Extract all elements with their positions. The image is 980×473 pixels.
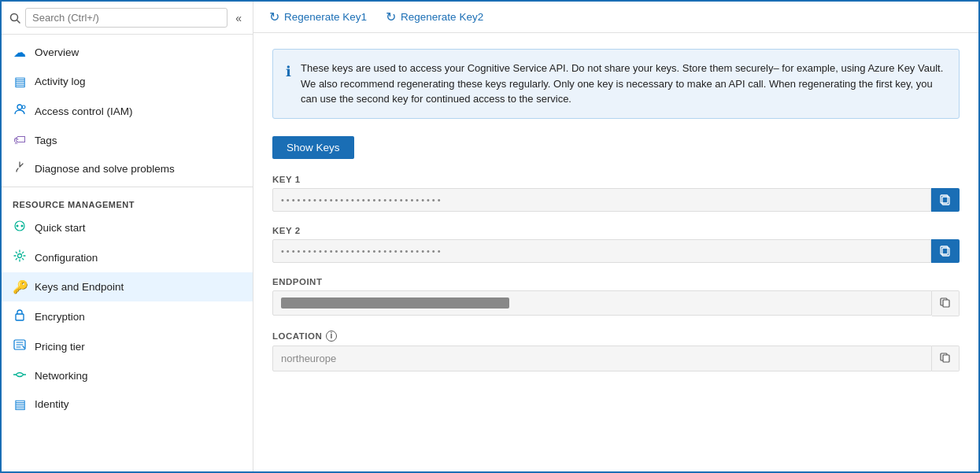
regenerate-key1-label: Regenerate Key1 (284, 11, 367, 23)
sidebar-item-configuration[interactable]: Configuration (2, 242, 253, 272)
key1-section: KEY 1 •••••••••••••••••••••••••••••• (272, 175, 960, 212)
location-value: northeurope (272, 346, 932, 371)
sidebar-item-label: Keys and Endpoint (35, 281, 124, 293)
sidebar-item-label: Configuration (35, 252, 98, 264)
svg-point-5 (17, 225, 19, 227)
key1-label: KEY 1 (272, 175, 960, 184)
key1-value: •••••••••••••••••••••••••••••• (272, 188, 931, 212)
sidebar-item-diagnose[interactable]: Diagnose and solve problems (2, 154, 253, 183)
svg-rect-15 (943, 300, 949, 307)
info-box: ℹ These keys are used to access your Cog… (272, 49, 960, 119)
location-label: LOCATION i (272, 331, 960, 342)
endpoint-row (272, 290, 960, 316)
endpoint-bar (281, 297, 509, 309)
content-area: ℹ These keys are used to access your Cog… (253, 33, 978, 471)
svg-point-6 (21, 225, 24, 227)
copy-key2-button[interactable] (931, 239, 960, 263)
copy-location-button[interactable] (932, 346, 960, 371)
sidebar-item-label: Tags (35, 135, 57, 146)
key2-label: KEY 2 (272, 226, 960, 235)
toolbar: ↻ Regenerate Key1 ↻ Regenerate Key2 (253, 2, 978, 33)
sidebar-item-label: Encryption (35, 311, 85, 323)
regenerate-key1-button[interactable]: ↻ Regenerate Key1 (269, 9, 367, 24)
configuration-icon (13, 249, 27, 265)
refresh-key2-icon: ↻ (386, 9, 396, 24)
sidebar-item-keys-endpoint[interactable]: 🔑 Keys and Endpoint (2, 272, 253, 301)
sidebar-item-activity-log[interactable]: ▤ Activity log (2, 67, 253, 96)
tags-icon: 🏷 (13, 133, 27, 147)
sidebar-item-label: Activity log (35, 76, 86, 87)
show-keys-button[interactable]: Show Keys (272, 136, 354, 159)
svg-line-1 (17, 20, 20, 23)
sidebar-item-overview[interactable]: ☁ Overview (2, 38, 253, 67)
copy-key2-icon (939, 245, 952, 257)
sidebar-item-networking[interactable]: Networking (2, 361, 253, 390)
sidebar-item-tags[interactable]: 🏷 Tags (2, 126, 253, 154)
sidebar-item-identity[interactable]: ▤ Identity (2, 390, 253, 419)
sidebar-item-quick-start[interactable]: Quick start (2, 212, 253, 242)
section-divider (2, 187, 253, 187)
encryption-icon (13, 309, 27, 324)
copy-key1-icon (939, 194, 952, 206)
svg-rect-17 (943, 355, 949, 362)
location-info-icon: i (326, 331, 337, 342)
search-bar: « (2, 2, 253, 35)
search-icon (9, 13, 20, 24)
search-input[interactable] (25, 8, 227, 28)
info-text: These keys are used to access your Cogni… (301, 61, 946, 107)
key2-section: KEY 2 •••••••••••••••••••••••••••••• (272, 226, 960, 263)
sidebar-item-label: Access control (IAM) (35, 105, 133, 117)
sidebar-item-label: Networking (35, 370, 88, 382)
info-icon: ℹ (286, 61, 291, 107)
sidebar-item-label: Identity (35, 398, 69, 410)
pricing-tier-icon (13, 338, 27, 354)
sidebar: « ☁ Overview ▤ Activity log Access contr… (2, 2, 253, 471)
svg-point-7 (18, 254, 22, 258)
endpoint-label: ENDPOINT (272, 277, 960, 286)
refresh-key1-icon: ↻ (269, 9, 279, 24)
sidebar-item-pricing-tier[interactable]: Pricing tier (2, 331, 253, 361)
regenerate-key2-label: Regenerate Key2 (401, 11, 483, 23)
copy-endpoint-button[interactable] (932, 290, 960, 316)
key2-row: •••••••••••••••••••••••••••••• (272, 239, 960, 263)
collapse-button[interactable]: « (232, 10, 245, 26)
diagnose-icon (13, 161, 27, 176)
main-content: ↻ Regenerate Key1 ↻ Regenerate Key2 ℹ Th… (253, 2, 978, 471)
access-control-icon (13, 103, 27, 119)
keys-endpoint-icon: 🔑 (13, 279, 27, 294)
copy-endpoint-icon (940, 297, 951, 308)
key1-row: •••••••••••••••••••••••••••••• (272, 188, 960, 212)
sidebar-nav: ☁ Overview ▤ Activity log Access control… (2, 35, 253, 471)
sidebar-item-label: Overview (35, 46, 79, 58)
sidebar-item-access-control[interactable]: Access control (IAM) (2, 96, 253, 126)
quick-start-icon (13, 220, 27, 235)
sidebar-item-label: Diagnose and solve problems (35, 163, 175, 175)
regenerate-key2-button[interactable]: ↻ Regenerate Key2 (386, 9, 483, 24)
networking-icon (13, 368, 27, 382)
copy-location-icon (940, 352, 951, 363)
identity-icon: ▤ (13, 397, 27, 412)
copy-key1-button[interactable] (931, 188, 960, 212)
svg-point-2 (17, 105, 22, 109)
overview-icon: ☁ (13, 45, 27, 60)
sidebar-item-label: Pricing tier (35, 341, 85, 353)
resource-management-header: RESOURCE MANAGEMENT (2, 190, 253, 212)
sidebar-item-encryption[interactable]: Encryption (2, 301, 253, 331)
endpoint-section: ENDPOINT (272, 277, 960, 316)
location-row: northeurope (272, 346, 960, 371)
sidebar-item-label: Quick start (35, 222, 86, 234)
activity-log-icon: ▤ (13, 74, 27, 89)
key2-value: •••••••••••••••••••••••••••••• (272, 239, 931, 263)
svg-rect-8 (16, 314, 24, 320)
location-section: LOCATION i northeurope (272, 331, 960, 371)
endpoint-value (272, 290, 932, 316)
